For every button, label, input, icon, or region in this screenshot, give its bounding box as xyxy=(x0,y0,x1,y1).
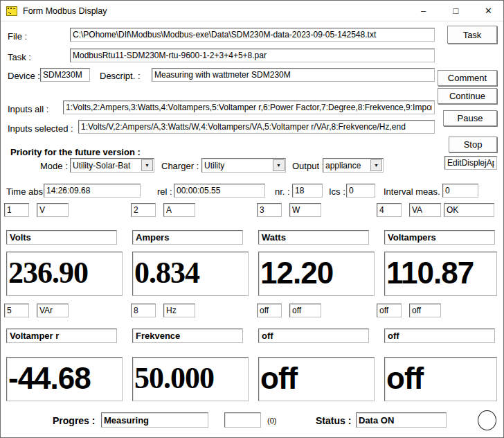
inputs-all-label: Inputs all : xyxy=(8,104,48,114)
mode-value: Utility-Solar-Bat xyxy=(71,161,141,170)
channel-nr-input[interactable] xyxy=(4,203,29,217)
ics-label: Ics : xyxy=(329,186,345,197)
panel-label: off xyxy=(258,328,369,343)
comment-button[interactable]: Comment xyxy=(438,70,497,86)
nr-label: nr. : xyxy=(275,186,290,197)
nr-input[interactable] xyxy=(292,184,323,198)
interval-meas-input[interactable] xyxy=(442,184,478,198)
priority-heading: Priority for the future version : xyxy=(10,147,141,157)
channel-nr-input[interactable] xyxy=(131,203,156,217)
inputs-all-input[interactable] xyxy=(63,100,435,114)
channel-unit-input[interactable] xyxy=(289,304,321,317)
app-icon xyxy=(6,6,17,17)
chevron-down-icon[interactable]: ▼ xyxy=(370,159,382,171)
counter-label: (0) xyxy=(267,417,276,425)
charger-value: Utility xyxy=(202,161,273,170)
form-modbus-display-window: Form Modbus Display – □ ✕ File : Task Ta… xyxy=(0,0,504,438)
panel-value-off-1: off xyxy=(258,357,375,401)
output-select[interactable]: appliance ▼ xyxy=(323,158,384,173)
channel-unit-input[interactable] xyxy=(289,203,321,217)
panel-label: Ampers xyxy=(132,230,243,245)
output-label: Output : xyxy=(292,161,324,171)
mode-select[interactable]: Utility-Solar-Bat ▼ xyxy=(70,158,154,173)
channel-unit-input[interactable] xyxy=(163,304,195,317)
charger-select[interactable]: Utility ▼ xyxy=(201,158,286,173)
inputs-selected-label: Inputs selected : xyxy=(8,123,73,134)
panel-value-voltamper-r: -44.68 xyxy=(6,357,123,401)
channel-unit-input[interactable] xyxy=(163,203,195,217)
task-button[interactable]: Task xyxy=(447,26,497,44)
stop-button[interactable]: Stop xyxy=(449,137,497,152)
channel-unit-input[interactable] xyxy=(37,304,69,317)
spare-input[interactable] xyxy=(224,412,261,428)
panel-value-watts: 12.20 xyxy=(258,252,375,296)
status-indicator-circle xyxy=(478,410,496,430)
panel-label: Voltamper r xyxy=(6,328,117,343)
channel-unit-input[interactable] xyxy=(409,203,441,217)
channel-nr-input[interactable] xyxy=(257,304,282,317)
panel-value-voltampers: 110.87 xyxy=(384,252,497,296)
panel-value-volts: 236.90 xyxy=(6,252,123,296)
file-input[interactable] xyxy=(70,28,435,42)
device-label: Device : xyxy=(8,71,40,81)
rel-label: rel : xyxy=(157,186,172,197)
channel-nr-input[interactable] xyxy=(131,304,156,317)
continue-button[interactable]: Continue xyxy=(438,88,497,104)
rel-input[interactable] xyxy=(174,184,265,198)
panel-label: off xyxy=(384,328,495,343)
interval-meas-label: Interval meas. : xyxy=(384,186,445,197)
ics-input[interactable] xyxy=(346,184,375,198)
file-label: File : xyxy=(8,31,27,42)
edit-display-input[interactable] xyxy=(444,156,497,170)
channel-nr-input[interactable] xyxy=(257,203,282,217)
panel-label: Watts xyxy=(258,230,369,245)
channel-nr-input[interactable] xyxy=(377,304,402,317)
panel-label: Frekvence xyxy=(132,328,243,343)
inputs-selected-input[interactable] xyxy=(78,120,435,134)
panel-value-frekvence: 50.000 xyxy=(132,357,249,401)
panel-label: Volts xyxy=(6,230,117,245)
output-value: appliance xyxy=(323,161,370,170)
channel-unit-input[interactable] xyxy=(37,203,69,217)
status-label: Status : xyxy=(316,415,351,426)
panel-value-off-2: off xyxy=(384,357,497,401)
descript-input[interactable] xyxy=(152,68,435,82)
close-button[interactable]: ✕ xyxy=(472,1,504,21)
chevron-down-icon[interactable]: ▼ xyxy=(273,159,285,171)
ok-status-input[interactable] xyxy=(444,203,494,217)
pause-button[interactable]: Pause xyxy=(443,110,497,126)
status-input[interactable] xyxy=(356,412,447,428)
titlebar: Form Modbus Display – □ ✕ xyxy=(1,1,503,21)
maximize-button[interactable]: □ xyxy=(440,1,472,21)
window-title: Form Modbus Display xyxy=(23,1,107,21)
descript-label: Descript. : xyxy=(100,71,141,81)
task-label: Task : xyxy=(8,52,31,62)
channel-nr-input[interactable] xyxy=(4,304,29,317)
panel-value-ampers: 0.834 xyxy=(132,252,249,296)
progres-label: Progres : xyxy=(53,415,95,426)
channel-nr-input[interactable] xyxy=(377,203,402,217)
progres-input[interactable] xyxy=(101,412,208,428)
device-input[interactable] xyxy=(40,68,90,82)
panel-label: Voltampers xyxy=(384,230,495,245)
mode-label: Mode : xyxy=(40,161,68,171)
time-abs-label: Time abs : xyxy=(6,186,48,197)
chevron-down-icon[interactable]: ▼ xyxy=(141,159,153,171)
channel-unit-input[interactable] xyxy=(409,304,441,317)
charger-label: Charger : xyxy=(161,161,199,171)
minimize-button[interactable]: – xyxy=(407,1,440,21)
time-abs-input[interactable] xyxy=(44,184,141,198)
task-input[interactable] xyxy=(70,49,435,62)
